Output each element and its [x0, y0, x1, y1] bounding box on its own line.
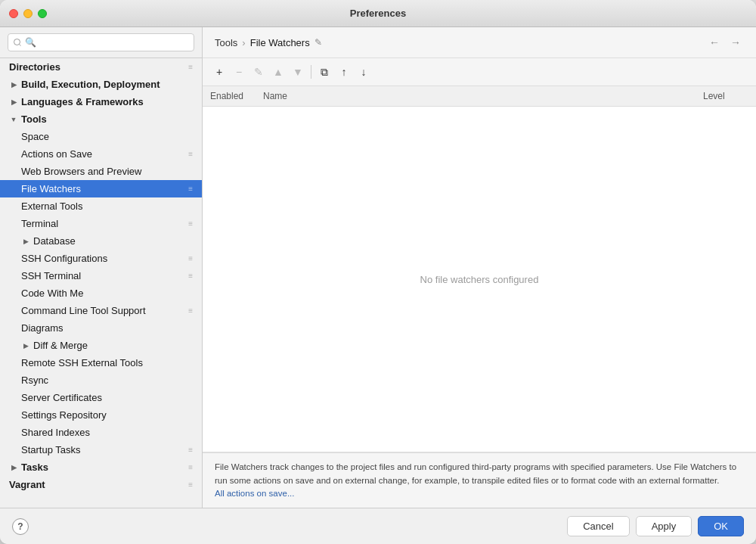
web-browsers-label: Web Browsers and Preview	[21, 166, 141, 177]
toolbar: + − ✎ ▲ ▼ ⧉ ↑ ↓	[203, 58, 756, 86]
sidebar-item-settings-repository[interactable]: Settings Repository	[0, 406, 202, 424]
settings-icon: ≡	[188, 306, 193, 315]
sidebar-item-ssh-terminal[interactable]: SSH Terminal ≡	[0, 267, 202, 284]
settings-icon: ≡	[188, 150, 193, 158]
file-watchers-label: File Watchers	[21, 183, 81, 194]
export-button[interactable]: ↑	[335, 63, 353, 81]
all-actions-link[interactable]: All actions on save...	[215, 489, 294, 498]
table-body: No file watchers configured	[203, 107, 756, 452]
sidebar-item-languages-frameworks[interactable]: ▶ Languages & Frameworks	[0, 93, 202, 110]
close-button[interactable]	[9, 9, 18, 18]
sidebar-item-database[interactable]: ▶ Database	[0, 232, 202, 250]
actions-on-save-label: Actions on Save	[21, 148, 92, 160]
languages-frameworks-label: Languages & Frameworks	[21, 96, 144, 107]
window-title: Preferences	[350, 8, 406, 19]
info-panel: File Watchers track changes to the proje…	[203, 452, 756, 508]
remove-button[interactable]: −	[230, 63, 248, 81]
terminal-label: Terminal	[21, 218, 58, 229]
settings-icon: ≡	[188, 63, 193, 71]
ok-button[interactable]: OK	[698, 516, 744, 536]
settings-icon: ≡	[188, 272, 193, 280]
title-bar: Preferences	[0, 0, 756, 27]
search-input[interactable]	[8, 33, 194, 51]
import-button[interactable]: ↓	[355, 63, 373, 81]
chevron-right-icon: ▶	[9, 98, 18, 107]
apply-button[interactable]: Apply	[636, 516, 692, 536]
bottom-buttons: Cancel Apply OK	[567, 516, 744, 536]
add-button[interactable]: +	[210, 63, 228, 81]
move-up-button[interactable]: ▲	[269, 63, 287, 81]
command-line-tool-support-label: Command Line Tool Support	[21, 305, 146, 316]
tasks-label: Tasks	[21, 462, 48, 473]
code-with-me-label: Code With Me	[21, 288, 83, 299]
ssh-configurations-label: SSH Configurations	[21, 253, 107, 264]
forward-arrow[interactable]: →	[727, 35, 744, 50]
sidebar-item-build-execution[interactable]: ▶ Build, Execution, Deployment	[0, 76, 202, 93]
copy-button[interactable]: ⧉	[315, 63, 333, 81]
startup-tasks-label: Startup Tasks	[21, 444, 81, 455]
sidebar-item-command-line-tool-support[interactable]: Command Line Tool Support ≡	[0, 302, 202, 319]
sidebar-item-tools[interactable]: ▼ Tools	[0, 110, 202, 128]
sidebar-item-server-certificates[interactable]: Server Certificates	[0, 389, 202, 406]
breadcrumb-separator: ›	[242, 37, 245, 48]
info-description: File Watchers track changes to the proje…	[215, 462, 736, 484]
ssh-terminal-label: SSH Terminal	[21, 270, 81, 281]
preferences-window: Preferences Directories ≡ ▶ Build, Execu…	[0, 0, 756, 544]
sidebar-item-remote-ssh[interactable]: Remote SSH External Tools	[0, 354, 202, 371]
sidebar-item-directories[interactable]: Directories ≡	[0, 58, 202, 76]
chevron-right-icon: ▶	[21, 237, 30, 246]
nav-arrows: ← →	[706, 35, 744, 50]
back-arrow[interactable]: ←	[706, 35, 723, 50]
settings-icon: ≡	[188, 446, 193, 454]
help-button[interactable]: ?	[12, 518, 29, 535]
chevron-right-icon: ▶	[9, 80, 18, 89]
main-content: Directories ≡ ▶ Build, Execution, Deploy…	[0, 27, 756, 508]
sidebar-item-code-with-me[interactable]: Code With Me	[0, 284, 202, 302]
diff-merge-label: Diff & Merge	[33, 340, 88, 351]
external-tools-label: External Tools	[21, 201, 82, 212]
sidebar-scroll: Directories ≡ ▶ Build, Execution, Deploy…	[0, 58, 202, 508]
move-down-button[interactable]: ▼	[289, 63, 307, 81]
breadcrumb-parent[interactable]: Tools	[215, 37, 237, 48]
chevron-right-icon: ▶	[9, 463, 18, 472]
minimize-button[interactable]	[23, 9, 33, 18]
sidebar-item-startup-tasks[interactable]: Startup Tasks ≡	[0, 441, 202, 459]
sidebar-item-ssh-configurations[interactable]: SSH Configurations ≡	[0, 250, 202, 267]
breadcrumb: Tools › File Watchers ✎ ← →	[203, 27, 756, 58]
sidebar-item-tasks[interactable]: ▶ Tasks ≡	[0, 459, 202, 476]
breadcrumb-current: File Watchers	[250, 37, 310, 48]
search-bar	[0, 27, 202, 58]
sidebar-item-shared-indexes[interactable]: Shared Indexes	[0, 424, 202, 441]
edit-button[interactable]: ✎	[249, 63, 268, 81]
bottom-bar: ? Cancel Apply OK	[0, 508, 756, 544]
file-watchers-table: Enabled Name Level No file watchers conf…	[203, 86, 756, 452]
traffic-lights	[9, 9, 47, 18]
build-execution-label: Build, Execution, Deployment	[21, 79, 160, 90]
vagrant-label: Vagrant	[9, 479, 45, 490]
edit-icon[interactable]: ✎	[314, 37, 322, 48]
sidebar-item-external-tools[interactable]: External Tools	[0, 197, 202, 215]
sidebar-item-actions-on-save[interactable]: Actions on Save ≡	[0, 145, 202, 163]
col-header-enabled: Enabled	[203, 89, 256, 103]
empty-message: No file watchers configured	[420, 274, 539, 285]
sidebar-item-diagrams[interactable]: Diagrams	[0, 319, 202, 337]
settings-icon: ≡	[188, 480, 193, 489]
sidebar-item-diff-merge[interactable]: ▶ Diff & Merge	[0, 337, 202, 354]
col-header-level: Level	[696, 89, 756, 103]
sidebar-item-space[interactable]: Space	[0, 128, 202, 145]
sidebar-item-vagrant[interactable]: Vagrant ≡	[0, 476, 202, 493]
sidebar-item-rsync[interactable]: Rsync	[0, 371, 202, 389]
col-header-name: Name	[256, 89, 696, 103]
sidebar-item-web-browsers[interactable]: Web Browsers and Preview	[0, 163, 202, 180]
sidebar: Directories ≡ ▶ Build, Execution, Deploy…	[0, 27, 203, 508]
chevron-down-icon: ▼	[9, 115, 18, 124]
maximize-button[interactable]	[38, 9, 47, 18]
table-header: Enabled Name Level	[203, 86, 756, 107]
directories-label: Directories	[9, 61, 60, 73]
space-label: Space	[21, 131, 49, 142]
sidebar-item-file-watchers[interactable]: File Watchers ≡	[0, 180, 202, 197]
cancel-button[interactable]: Cancel	[567, 516, 629, 536]
chevron-right-icon: ▶	[21, 341, 30, 350]
sidebar-item-terminal[interactable]: Terminal ≡	[0, 215, 202, 232]
database-label: Database	[33, 235, 76, 247]
